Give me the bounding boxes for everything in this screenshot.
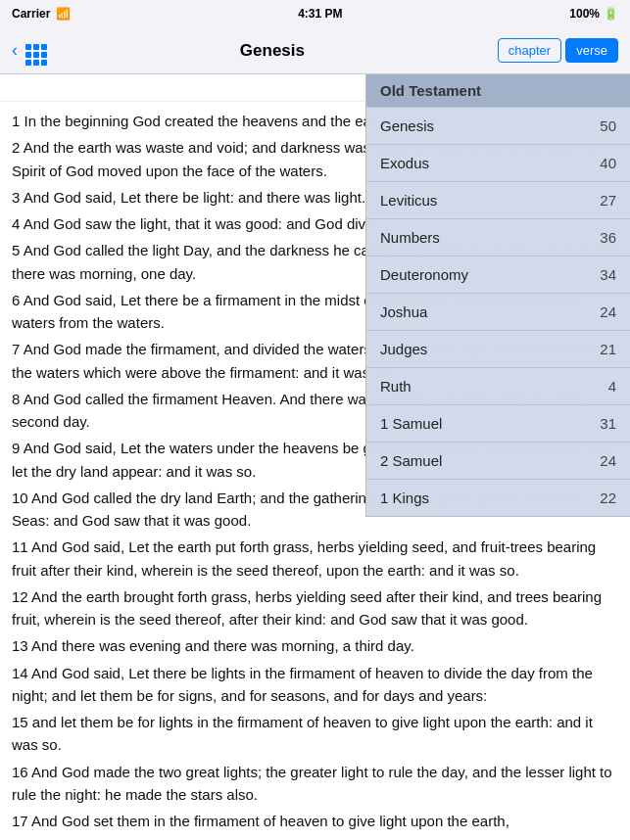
book-chapter-count: 34	[600, 266, 616, 283]
book-name: Ruth	[380, 378, 412, 395]
book-name: Leviticus	[380, 192, 437, 209]
carrier-label: Carrier	[12, 7, 50, 21]
nav-title: Genesis	[240, 41, 305, 61]
book-name: Exodus	[380, 155, 429, 171]
book-chapter-count: 24	[600, 303, 616, 320]
status-bar: Carrier 📶 4:31 PM 100% 🔋	[0, 0, 630, 27]
chapter-button[interactable]: chapter	[498, 38, 561, 63]
verse-row: 13 And there was evening and there was m…	[12, 634, 618, 657]
dropdown-book-item[interactable]: Ruth4	[366, 367, 630, 404]
book-name: Deuteronomy	[380, 266, 468, 283]
nav-right-group: chapter verse	[498, 38, 618, 63]
book-chapter-count: 4	[608, 378, 616, 395]
verse-row: 12 And the earth brought forth grass, he…	[12, 585, 618, 631]
book-name: Genesis	[380, 117, 434, 134]
dropdown-book-item[interactable]: Judges21	[366, 330, 630, 367]
book-name: Joshua	[380, 303, 427, 320]
dropdown-book-item[interactable]: Exodus40	[366, 144, 630, 181]
book-chapter-count: 24	[600, 452, 616, 469]
wifi-icon: 📶	[56, 7, 71, 21]
book-chapter-count: 31	[600, 415, 616, 432]
verse-row: 14 And God said, Let there be lights in …	[12, 662, 618, 708]
verse-row: 17 And God set them in the firmament of …	[12, 810, 618, 832]
nav-left-group: ‹	[12, 36, 47, 66]
dropdown-header: Old Testament	[366, 74, 630, 107]
book-chapter-count: 27	[600, 192, 616, 209]
status-carrier: Carrier 📶	[12, 7, 71, 21]
book-chapter-count: 50	[600, 117, 616, 134]
dropdown-book-item[interactable]: Numbers36	[366, 218, 630, 256]
verse-row: 11 And God said, Let the earth put forth…	[12, 536, 618, 582]
nav-bar: ‹ Genesis chapter verse	[0, 27, 630, 74]
book-chapter-count: 36	[600, 229, 616, 246]
back-button[interactable]: ‹	[12, 40, 18, 61]
dropdown-book-item[interactable]: 1 Samuel31	[366, 404, 630, 442]
dropdown-book-item[interactable]: Leviticus27	[366, 181, 630, 218]
book-name: Numbers	[380, 229, 440, 246]
battery-label: 100%	[569, 7, 600, 21]
dropdown-book-item[interactable]: Deuteronomy34	[366, 256, 630, 293]
book-name: Judges	[380, 341, 427, 357]
verse-row: 18 and to rule over the day and over the…	[12, 836, 618, 840]
verse-row: 16 And God made the two great lights; th…	[12, 761, 618, 807]
status-time: 4:31 PM	[298, 7, 342, 21]
book-dropdown[interactable]: Old Testament Genesis50Exodus40Leviticus…	[365, 74, 630, 517]
book-chapter-count: 21	[600, 341, 616, 357]
dropdown-book-item[interactable]: Genesis50	[366, 107, 630, 144]
book-chapter-count: 40	[600, 155, 616, 171]
book-chapter-count: 22	[600, 490, 616, 506]
grid-button[interactable]	[25, 36, 47, 66]
book-name: 2 Samuel	[380, 452, 442, 469]
grid-icon	[25, 44, 47, 66]
dropdown-book-item[interactable]: 1 Kings22	[366, 479, 630, 516]
status-battery-area: 100% 🔋	[569, 7, 618, 21]
verse-button[interactable]: verse	[565, 38, 618, 63]
verse-row: 15 and let them be for lights in the fir…	[12, 711, 618, 757]
book-name: 1 Kings	[380, 490, 429, 506]
book-name: 1 Samuel	[380, 415, 442, 432]
battery-icon: 🔋	[604, 7, 618, 21]
dropdown-book-item[interactable]: Joshua24	[366, 293, 630, 330]
dropdown-book-item[interactable]: 2 Samuel24	[366, 442, 630, 479]
